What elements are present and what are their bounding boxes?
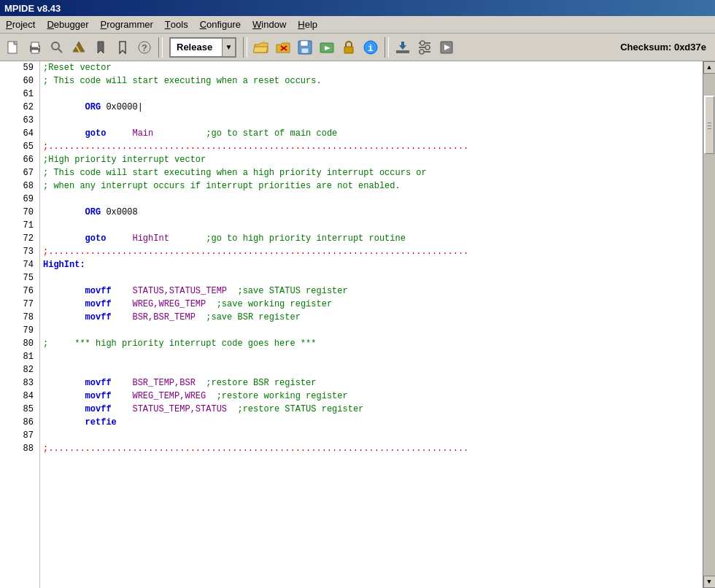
line-number: 88 <box>0 442 39 455</box>
line-number: 60 <box>0 74 39 88</box>
menu-configure[interactable]: Configure <box>194 16 247 33</box>
code-line[interactable]: movff BSR_TEMP,BSR ;restore BSR register <box>43 376 700 390</box>
code-line[interactable]: movff BSR,BSR_TEMP ;save BSR register <box>43 311 700 324</box>
line-number: 64 <box>0 127 39 140</box>
line-number: 83 <box>0 376 39 390</box>
settings-button[interactable] <box>414 37 435 58</box>
open-button[interactable] <box>251 37 271 58</box>
code-line[interactable] <box>43 363 700 376</box>
info-button[interactable]: i <box>360 37 381 58</box>
line-number: 84 <box>0 390 39 403</box>
editor-container: 5960616263646566676869707172737475767778… <box>0 61 715 588</box>
line-number: 68 <box>0 179 39 193</box>
svg-rect-28 <box>396 50 409 53</box>
svg-rect-21 <box>301 41 308 46</box>
svg-point-36 <box>420 50 424 54</box>
code-line[interactable]: ; This code will start executing when a … <box>43 74 700 88</box>
svg-point-5 <box>38 47 39 48</box>
checksum-text: Checksum: 0xd37e <box>620 42 706 53</box>
code-line[interactable]: retfie <box>43 416 700 429</box>
code-line[interactable] <box>43 271 700 285</box>
search-button[interactable] <box>47 37 67 58</box>
print-button[interactable] <box>25 37 45 58</box>
line-number: 69 <box>0 193 39 206</box>
svg-line-7 <box>58 49 62 53</box>
run-button[interactable] <box>436 37 457 58</box>
code-line[interactable]: ;Reset vector <box>43 61 700 74</box>
code-line[interactable]: ORG 0x0008 <box>43 206 700 219</box>
svg-rect-3 <box>31 42 39 47</box>
svg-text:i: i <box>368 42 374 53</box>
line-number: 72 <box>0 232 39 245</box>
code-line[interactable]: ; This code will start executing when a … <box>43 166 700 179</box>
menu-help[interactable]: Help <box>292 16 323 33</box>
line-number: 76 <box>0 285 39 298</box>
code-line[interactable]: HighInt: <box>43 258 700 271</box>
code-line[interactable] <box>43 324 700 337</box>
dropdown-arrow[interactable]: ▼ <box>222 39 235 56</box>
line-number: 86 <box>0 416 39 429</box>
bookmark-button[interactable] <box>90 37 111 58</box>
svg-marker-11 <box>120 42 125 53</box>
help-button[interactable]: ? <box>134 37 155 58</box>
line-number: 82 <box>0 363 39 376</box>
separator-2 <box>243 37 247 58</box>
scroll-thumb-line <box>708 123 711 123</box>
release-dropdown[interactable]: Release ▼ <box>169 37 236 58</box>
code-line[interactable]: movff STATUS,STATUS_TEMP ;save STATUS re… <box>43 285 700 298</box>
line-number: 73 <box>0 245 39 258</box>
svg-rect-25 <box>344 47 353 53</box>
code-line[interactable] <box>43 88 700 101</box>
code-line[interactable]: ;.......................................… <box>43 140 700 153</box>
code-line[interactable] <box>43 193 700 206</box>
scroll-down-arrow[interactable]: ▼ <box>703 576 716 588</box>
line-number: 85 <box>0 403 39 416</box>
build-all-button[interactable] <box>69 37 89 58</box>
code-line[interactable]: ; *** high priority interrupt code goes … <box>43 337 700 350</box>
code-line[interactable]: movff WREG_TEMP,WREG ;restore working re… <box>43 390 700 403</box>
title-text: MPIDE v8.43 <box>4 3 61 14</box>
menu-tools[interactable]: Tools <box>159 16 194 33</box>
download-button[interactable] <box>393 37 413 58</box>
code-line[interactable]: goto HighInt ;go to high priority interr… <box>43 232 700 245</box>
line-number: 67 <box>0 166 39 179</box>
new-button[interactable] <box>3 37 23 58</box>
separator-3 <box>384 37 389 58</box>
code-line[interactable]: goto Main ;go to start of main code <box>43 127 700 140</box>
code-line[interactable] <box>43 114 700 127</box>
code-line[interactable] <box>43 219 700 232</box>
code-line[interactable]: ;.......................................… <box>43 442 700 455</box>
code-line[interactable]: ; when any interrupt occurs if interrupt… <box>43 179 700 193</box>
scrollbar-vertical[interactable]: ▲ ▼ <box>703 61 715 588</box>
menu-programmer[interactable]: Programmer <box>95 16 159 33</box>
title-bar: MPIDE v8.43 <box>0 0 715 16</box>
scroll-thumb[interactable] <box>704 96 714 154</box>
program-button[interactable] <box>317 37 337 58</box>
menu-project[interactable]: Project <box>0 16 41 33</box>
code-line[interactable] <box>43 429 700 442</box>
scroll-track[interactable] <box>703 74 715 576</box>
menu-debugger[interactable]: Debugger <box>41 16 94 33</box>
line-number: 77 <box>0 298 39 311</box>
code-line[interactable]: ;.......................................… <box>43 245 700 258</box>
line-number: 62 <box>0 101 39 114</box>
code-line[interactable]: ORG 0x0000| <box>43 101 700 114</box>
bookmark2-button[interactable] <box>112 37 133 58</box>
lock-button[interactable] <box>339 37 359 58</box>
code-area[interactable]: ;Reset vector; This code will start exec… <box>40 61 703 588</box>
toolbar: ? Release ▼ i Checksum: 0xd37e <box>0 34 715 61</box>
line-number: 59 <box>0 61 39 74</box>
close-button[interactable] <box>273 37 293 58</box>
code-line[interactable]: ;High priority interrupt vector <box>43 153 700 166</box>
line-number: 79 <box>0 324 39 337</box>
code-line[interactable]: movff WREG,WREG_TEMP ;save working regis… <box>43 298 700 311</box>
code-line[interactable] <box>43 350 700 363</box>
separator-1 <box>158 37 163 58</box>
scroll-up-arrow[interactable]: ▲ <box>703 61 716 74</box>
code-line[interactable]: movff STATUS_TEMP,STATUS ;restore STATUS… <box>43 403 700 416</box>
save-button[interactable] <box>295 37 315 58</box>
line-number: 81 <box>0 350 39 363</box>
menu-bar: Project Debugger Programmer Tools Config… <box>0 16 715 34</box>
menu-window[interactable]: Window <box>247 16 292 33</box>
line-number: 70 <box>0 206 39 219</box>
